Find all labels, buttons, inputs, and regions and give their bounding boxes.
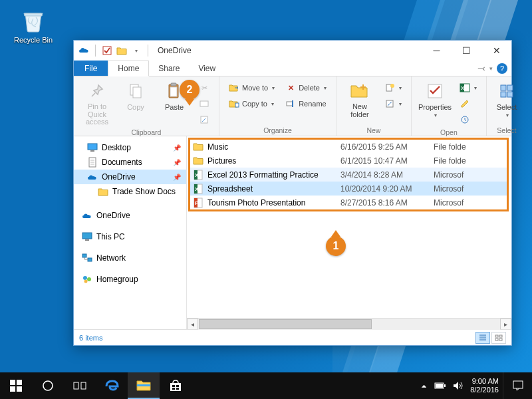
edit-button[interactable]	[457, 96, 479, 111]
file-row[interactable]: Pictures6/1/2015 10:47 AMFile folde	[190, 154, 507, 168]
excel-icon: X	[193, 170, 203, 180]
select-button[interactable]: Select▾	[492, 79, 521, 120]
folder-icon	[98, 186, 108, 197]
ppt-icon: P	[193, 198, 203, 208]
delete-button[interactable]: ✕Delete▾	[283, 80, 329, 95]
nav-onedrive-pinned[interactable]: OneDrive📌	[74, 170, 186, 184]
maximize-button[interactable]: ☐	[452, 41, 481, 61]
open-button[interactable]: X▾	[457, 80, 479, 95]
scroll-left-icon[interactable]: ◂	[187, 319, 198, 330]
nav-this-pc[interactable]: This PC	[74, 229, 186, 244]
ribbon-tab-strip: File Home Share View ⤙ ▾ ?	[74, 61, 511, 76]
file-row[interactable]: PTourism Photo Presentation8/27/2015 8:1…	[190, 196, 507, 209]
scroll-thumb[interactable]	[199, 319, 372, 329]
pin-to-quick-access-button[interactable]: Pin to Quick access	[79, 79, 115, 128]
tab-file[interactable]: File	[74, 61, 108, 76]
tray-clock[interactable]: 9:00 AM 8/2/2016	[470, 377, 499, 394]
history-icon	[460, 114, 470, 125]
svg-point-30	[83, 276, 87, 280]
paste-shortcut-button[interactable]	[196, 112, 212, 127]
svg-text:X: X	[461, 85, 465, 91]
file-list: Music6/16/2015 9:25 AMFile foldePictures…	[187, 136, 511, 318]
onedrive-small-icon	[87, 172, 98, 182]
history-button[interactable]	[457, 112, 479, 127]
nav-this-pc-label: This PC	[96, 232, 125, 241]
open-excel-icon: X	[460, 82, 470, 93]
file-row[interactable]: XExcel 2013 Formatting Practice3/4/2014 …	[190, 168, 507, 182]
qat-dropdown-icon[interactable]: ▾	[130, 45, 142, 57]
file-date: 6/16/2015 9:25 AM	[340, 142, 434, 152]
move-to-button[interactable]: Move to▾	[226, 80, 277, 95]
svg-rect-10	[292, 100, 293, 107]
nav-documents[interactable]: Documents📌	[74, 155, 186, 170]
file-row[interactable]: Music6/16/2015 9:25 AMFile folde	[190, 140, 507, 154]
svg-rect-51	[74, 382, 78, 389]
file-name: Pictures	[207, 156, 340, 166]
rename-button[interactable]: Rename	[283, 96, 329, 111]
tab-share[interactable]: Share	[149, 61, 189, 76]
horizontal-scrollbar[interactable]: ◂ ▸	[187, 318, 511, 329]
delete-icon: ✕	[285, 82, 296, 93]
view-large-icons-button[interactable]	[491, 332, 506, 344]
minimize-button[interactable]: ─	[422, 41, 452, 61]
copy-path-icon	[199, 98, 209, 109]
nav-trade-show-label: Trade Show Docs	[112, 187, 176, 196]
taskbar-explorer[interactable]	[128, 372, 160, 399]
qat-folder-icon[interactable]	[116, 45, 128, 57]
scroll-right-icon[interactable]: ▸	[500, 319, 511, 330]
tray-overflow-icon[interactable]: ⏶	[421, 382, 428, 390]
tray-volume-icon[interactable]	[453, 381, 464, 390]
chevron-down-icon[interactable]: ▾	[489, 65, 493, 72]
select-icon	[499, 80, 515, 102]
close-button[interactable]: ✕	[481, 41, 511, 61]
svg-rect-6	[200, 101, 208, 106]
minimize-ribbon-icon[interactable]: ⤙	[477, 63, 485, 74]
tab-view[interactable]: View	[189, 61, 225, 76]
easy-access-button[interactable]: ▾	[382, 96, 404, 111]
view-details-button[interactable]	[475, 332, 490, 344]
file-type: Microsof	[434, 198, 507, 207]
recycle-bin-label: Recycle Bin	[13, 36, 53, 44]
file-row[interactable]: XSpreadsheet10/20/2014 9:20 AMMicrosof	[190, 182, 507, 196]
file-date: 8/27/2015 8:16 AM	[340, 198, 434, 207]
svg-rect-56	[176, 385, 179, 387]
nav-onedrive[interactable]: OneDrive	[74, 208, 186, 223]
help-icon[interactable]: ?	[497, 63, 507, 74]
taskbar-store[interactable]	[160, 372, 192, 399]
svg-rect-43	[499, 335, 502, 337]
paste-shortcut-icon	[199, 114, 209, 125]
callout-1-label: 1	[333, 240, 339, 252]
svg-rect-58	[176, 388, 179, 390]
svg-rect-20	[507, 85, 513, 90]
new-item-icon	[384, 82, 395, 93]
nav-desktop[interactable]: Desktop📌	[74, 140, 186, 155]
cortana-button[interactable]	[32, 372, 64, 399]
qat-properties-icon[interactable]	[101, 45, 113, 57]
svg-rect-42	[495, 335, 498, 337]
svg-rect-28	[82, 254, 86, 257]
new-item-button[interactable]: ▾	[382, 80, 404, 95]
nav-homegroup[interactable]: Homegroup	[74, 272, 186, 287]
svg-rect-54	[170, 383, 181, 391]
copy-to-button[interactable]: Copy to▾	[226, 96, 277, 111]
taskbar-edge[interactable]	[96, 372, 128, 399]
callout-2: 2	[180, 80, 200, 100]
svg-rect-0	[103, 47, 111, 55]
task-view-button[interactable]	[64, 372, 96, 399]
copy-button[interactable]: Copy	[118, 79, 154, 112]
nav-trade-show-docs[interactable]: Trade Show Docs	[74, 184, 186, 199]
file-date: 10/20/2014 9:20 AM	[340, 184, 434, 194]
tray-battery-icon[interactable]	[434, 382, 446, 390]
tab-home[interactable]: Home	[108, 61, 149, 76]
nav-network[interactable]: Network	[74, 251, 186, 265]
delete-label: Delete	[299, 84, 320, 92]
properties-button[interactable]: Properties▾	[417, 79, 453, 120]
start-button[interactable]	[0, 372, 32, 399]
status-bar: 6 items	[74, 329, 511, 345]
copy-path-button[interactable]	[196, 96, 212, 111]
folder-icon	[193, 156, 203, 166]
nav-onedrive-root-label: OneDrive	[96, 211, 130, 220]
action-center-button[interactable]	[503, 372, 532, 399]
desktop-icon-recycle-bin[interactable]: Recycle Bin	[13, 7, 53, 44]
new-folder-button[interactable]: New folder	[342, 79, 378, 120]
